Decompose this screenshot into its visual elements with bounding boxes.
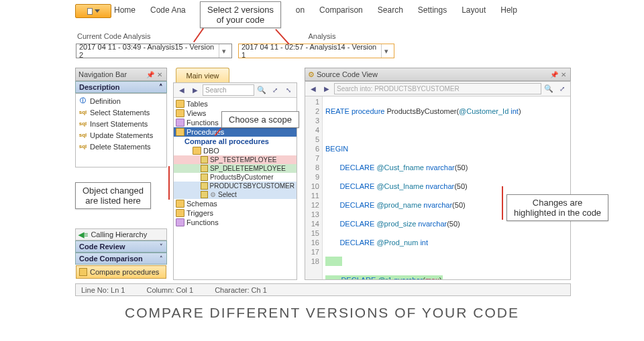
desc-select[interactable]: sqlSelect Statements: [76, 107, 166, 118]
trigger-icon: [176, 209, 184, 217]
tree-dbo[interactable]: DBO: [174, 146, 297, 155]
code-editor[interactable]: REATE procedure ProductsByCustomer(@Cust…: [323, 96, 570, 279]
arrow-icon: ◀≡: [78, 230, 88, 239]
proc-item[interactable]: SP_TESTEMPLOYEE: [174, 155, 297, 164]
annotation-changes-highlighted: Changes arehighlighted in the code: [506, 194, 608, 221]
proc-item[interactable]: ⚙Select: [174, 190, 297, 199]
nav-bar-header: Navigation Bar📌✕: [75, 68, 167, 81]
source-toolbar: ◀ ▶ Search into: PRODUCTSBYCUSTOMER 🔍 ⤢: [305, 82, 570, 96]
menu-settings[interactable]: Settings: [418, 5, 447, 15]
sql-icon: sql: [78, 108, 87, 117]
menu-search[interactable]: Search: [378, 5, 403, 15]
nav-fwd-button[interactable]: ▶: [189, 84, 201, 96]
annotation-choose-scope: Choose a scope: [221, 111, 299, 128]
chevron-up-icon: ˄: [159, 83, 163, 92]
compare-all-link[interactable]: Compare all procedures: [174, 137, 297, 146]
code-comparison-header[interactable]: Code Comparison˄: [75, 253, 167, 265]
menu-bar: Home Code Ana on Comparison Search Setti…: [114, 5, 517, 15]
proc-item[interactable]: PRODUCTSBYCUSTOMER: [174, 182, 297, 190]
version-select-2[interactable]: 2017 04 11 - 02:57 - Analysis14 - Versio…: [238, 44, 394, 58]
status-line: Line No: Ln 1: [81, 286, 125, 294]
tree-schemas[interactable]: Schemas: [174, 199, 297, 208]
source-code-panel: ◀ ▶ Search into: PRODUCTSBYCUSTOMER 🔍 ⤢ …: [305, 81, 571, 280]
status-col: Column: Col 1: [146, 286, 193, 294]
proc-item[interactable]: SP_DELETEEMPLOYEE: [174, 164, 297, 173]
collapse-button[interactable]: ⤡: [282, 84, 294, 96]
pin-icon[interactable]: 📌: [146, 71, 154, 78]
code-review-header[interactable]: Code Review˅: [75, 241, 167, 253]
menu-on[interactable]: on: [296, 5, 305, 15]
folder-icon: [193, 147, 201, 155]
tree-procedures[interactable]: Procedures: [174, 127, 297, 137]
options-button[interactable]: ⤢: [556, 83, 568, 95]
status-bar: Line No: Ln 1 Column: Col 1 Character: C…: [75, 283, 571, 296]
annotation-select-versions: Select 2 versionsof your code: [200, 1, 281, 28]
compare-icon: [79, 268, 87, 276]
compare-procedures-button[interactable]: Compare procedures: [76, 265, 166, 279]
label-analysis: Analysis: [308, 32, 335, 40]
app-menu-button[interactable]: [75, 4, 111, 18]
sql-icon: sql: [78, 142, 87, 151]
proc-icon: [201, 165, 208, 172]
description-panel: ⓘDefinition sqlSelect Statements sqlInse…: [75, 93, 167, 167]
tree-functions2[interactable]: Functions: [174, 218, 297, 227]
source-search-input[interactable]: Search into: PRODUCTSBYCUSTOMER: [334, 83, 541, 94]
pin-icon[interactable]: 📌: [550, 71, 558, 78]
tree-tables[interactable]: Tables: [174, 99, 297, 109]
function-icon: [176, 218, 184, 226]
menu-code-analysis[interactable]: Code Ana: [150, 5, 186, 15]
proc-icon: [201, 174, 208, 181]
description-header[interactable]: Description˄: [75, 81, 167, 93]
desc-delete[interactable]: sqlDelete Statements: [76, 141, 166, 152]
desc-insert[interactable]: sqlInsert Statements: [76, 118, 166, 129]
sql-icon: sql: [78, 131, 87, 139]
gear-icon: ⚙: [308, 70, 315, 78]
nav-back-button[interactable]: ◀: [176, 84, 188, 96]
close-icon[interactable]: ✕: [157, 71, 162, 78]
nav-fwd-button[interactable]: ▶: [321, 83, 333, 95]
desc-update[interactable]: sqlUpdate Statements: [76, 129, 166, 141]
menu-home[interactable]: Home: [114, 5, 136, 15]
search-input[interactable]: Search: [203, 84, 254, 96]
view-icon: [176, 109, 184, 117]
info-icon: ⓘ: [78, 96, 87, 105]
search-icon[interactable]: 🔍: [257, 86, 266, 94]
chevron-down-icon: ▾: [219, 44, 229, 58]
procedure-icon: [176, 128, 184, 136]
page-caption: COMPARE DIFFERENT VERSIONS OF YOUR CODE: [0, 305, 644, 321]
source-code-header: ⚙Source Code View 📌✕: [305, 68, 571, 81]
search-icon[interactable]: 🔍: [544, 84, 553, 93]
chevron-down-icon: ▾: [381, 44, 391, 58]
version-select-1[interactable]: 2017 04 11 - 03:49 - Analysis15 - Versio…: [76, 44, 232, 58]
proc-item[interactable]: ProductsByCustomer: [174, 173, 297, 182]
annotation-object-changed: Object changedare listed here: [75, 182, 151, 209]
line-gutter: 123456789101112131415161718: [305, 96, 323, 279]
proc-icon: [201, 182, 208, 190]
tree-triggers[interactable]: Triggers: [174, 208, 297, 218]
table-icon: [176, 100, 184, 108]
desc-definition[interactable]: ⓘDefinition: [76, 95, 166, 107]
menu-layout[interactable]: Layout: [462, 5, 486, 15]
proc-icon: [201, 156, 208, 163]
status-char: Character: Ch 1: [215, 286, 267, 294]
close-icon[interactable]: ✕: [561, 71, 566, 78]
chevron-down-icon: ˅: [160, 243, 163, 250]
schema-icon: [176, 200, 184, 208]
label-current-analysis: Current Code Analysis: [77, 32, 150, 40]
function-icon: [176, 119, 184, 127]
calling-hierarchy[interactable]: ◀≡Calling Hierarchy: [75, 228, 167, 241]
main-view-toolbar: ◀ ▶ Search 🔍 ⤢ ⤡: [174, 83, 297, 98]
nav-back-button[interactable]: ◀: [307, 83, 319, 95]
sql-icon: sql: [78, 119, 87, 128]
menu-help[interactable]: Help: [500, 5, 517, 15]
menu-comparison[interactable]: Comparison: [319, 5, 363, 15]
chevron-up-icon: ˄: [160, 255, 163, 262]
expand-button[interactable]: ⤢: [269, 84, 281, 96]
proc-icon: [201, 191, 208, 198]
tab-main-view[interactable]: Main view: [176, 68, 229, 83]
